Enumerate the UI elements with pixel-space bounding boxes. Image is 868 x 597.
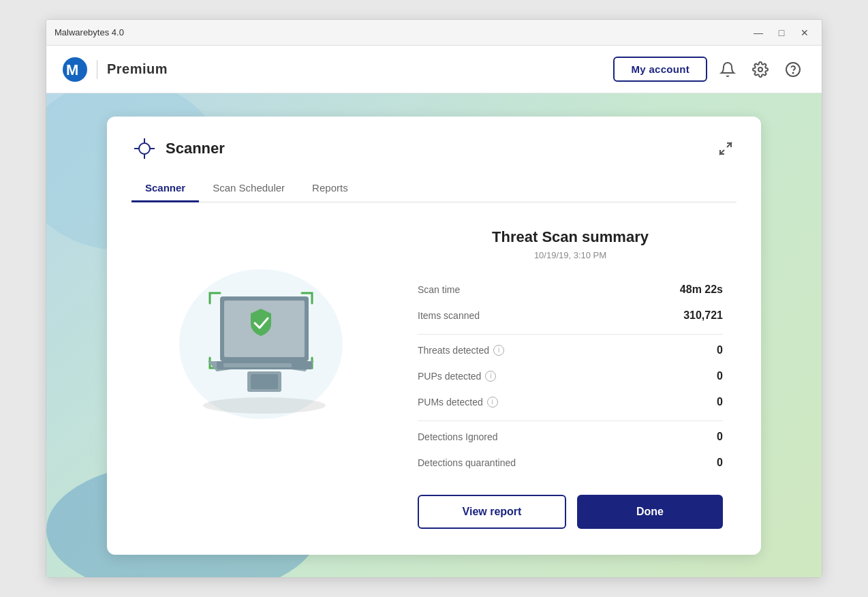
logo-divider — [97, 60, 97, 79]
divider-2 — [418, 420, 723, 421]
pups-detected-label: PUPs detected i — [418, 371, 496, 382]
svg-point-2 — [758, 67, 762, 72]
bell-icon — [719, 61, 736, 78]
tab-scanner[interactable]: Scanner — [131, 175, 199, 202]
detections-quarantined-row: Detections quarantined 0 — [418, 450, 723, 476]
items-scanned-label: Items scanned — [418, 310, 480, 321]
action-buttons: View report Done — [418, 495, 723, 529]
scanner-card: Scanner Scanner Scan Scheduler Reports — [107, 117, 761, 555]
items-scanned-row: Items scanned 310,721 — [418, 303, 723, 328]
pups-detected-value: 0 — [717, 370, 723, 382]
scan-actions: Detections Ignored 0 Detections quaranti… — [418, 424, 723, 476]
view-report-button[interactable]: View report — [418, 495, 566, 529]
pups-detected-row: PUPs detected i 0 — [418, 363, 723, 389]
items-scanned-value: 310,721 — [683, 309, 723, 322]
scan-summary-title: Threat Scan summary — [418, 228, 723, 246]
done-button[interactable]: Done — [577, 495, 723, 529]
card-title: Scanner — [166, 140, 225, 157]
notifications-button[interactable] — [715, 57, 740, 82]
tab-reports[interactable]: Reports — [298, 175, 362, 202]
svg-point-5 — [139, 143, 150, 154]
scan-time-value: 48m 22s — [680, 284, 723, 296]
divider-1 — [418, 334, 723, 335]
settings-button[interactable] — [748, 57, 773, 82]
scan-time-label: Scan time — [418, 284, 460, 295]
pums-detected-value: 0 — [717, 396, 723, 408]
detections-ignored-value: 0 — [717, 431, 723, 443]
app-header: M Premium My account — [46, 46, 822, 93]
app-subtitle: Premium — [107, 61, 168, 77]
help-button[interactable] — [781, 57, 805, 82]
detections-quarantined-label: Detections quarantined — [418, 457, 516, 468]
laptop-illustration — [152, 235, 370, 440]
maximize-button[interactable]: □ — [773, 24, 790, 42]
detections-ignored-row: Detections Ignored 0 — [418, 424, 723, 450]
collapse-button[interactable] — [715, 138, 737, 159]
illustration-area — [131, 221, 390, 453]
threats-detected-label: Threats detected i — [418, 345, 504, 356]
detections-ignored-label: Detections Ignored — [418, 431, 498, 442]
threats-info-icon[interactable]: i — [493, 345, 504, 356]
malwarebytes-logo-icon: M — [63, 57, 87, 82]
logo-area: M Premium — [63, 57, 168, 82]
threats-detected-row: Threats detected i 0 — [418, 337, 723, 363]
my-account-button[interactable]: My account — [613, 57, 707, 82]
tab-bar: Scanner Scan Scheduler Reports — [131, 175, 737, 202]
scan-summary: Threat Scan summary 10/19/19, 3:10 PM Sc… — [390, 221, 737, 536]
minimize-button[interactable]: — — [749, 24, 767, 42]
svg-text:M: M — [66, 61, 78, 78]
help-icon — [785, 61, 801, 78]
detections-quarantined-value: 0 — [717, 457, 723, 469]
svg-rect-18 — [251, 374, 278, 389]
scan-time-row: Scan time 48m 22s — [418, 277, 723, 303]
pums-info-icon[interactable]: i — [487, 397, 498, 408]
gear-icon — [752, 61, 769, 78]
pums-detected-label: PUMs detected i — [418, 397, 498, 408]
pums-detected-row: PUMs detected i 0 — [418, 389, 723, 415]
card-header: Scanner — [131, 136, 737, 162]
header-right: My account — [613, 57, 805, 82]
scanner-crosshair-icon — [131, 136, 157, 162]
content-area: Threat Scan summary 10/19/19, 3:10 PM Sc… — [131, 221, 737, 536]
svg-point-19 — [203, 397, 326, 414]
window-controls: — □ ✕ — [749, 24, 813, 42]
scan-date: 10/19/19, 3:10 PM — [418, 250, 723, 260]
collapse-icon — [717, 140, 734, 157]
app-window: Malwarebytes 4.0 — □ ✕ M Premium My acco… — [46, 19, 822, 578]
threats-detected-value: 0 — [717, 344, 723, 356]
close-button[interactable]: ✕ — [796, 24, 813, 42]
scan-basic-info: Scan time 48m 22s Items scanned 310,721 — [418, 277, 723, 328]
card-title-area: Scanner — [131, 136, 225, 162]
window-title: Malwarebytes 4.0 — [55, 27, 124, 37]
title-bar: Malwarebytes 4.0 — □ ✕ — [46, 20, 822, 46]
app-body: Scanner Scanner Scan Scheduler Reports — [46, 93, 822, 577]
svg-rect-16 — [223, 363, 292, 367]
tab-scan-scheduler[interactable]: Scan Scheduler — [199, 175, 298, 202]
scan-detections: Threats detected i 0 PUPs detected i 0 — [418, 337, 723, 415]
pups-info-icon[interactable]: i — [485, 371, 496, 382]
